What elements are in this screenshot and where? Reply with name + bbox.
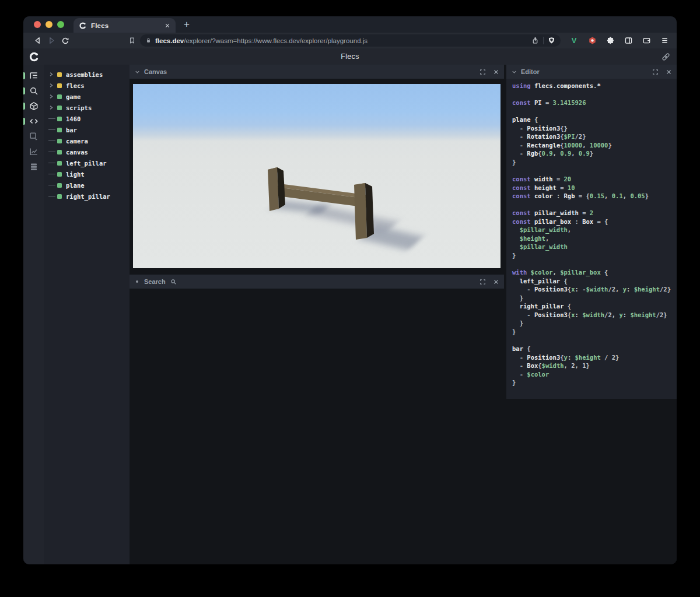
tab-title: Flecs [91, 22, 160, 29]
tree-item-left_pillar[interactable]: left_pillar [44, 157, 130, 168]
expand-caret-icon[interactable] [48, 83, 57, 88]
code-line: left_pillar { [512, 277, 677, 286]
nav-rail [23, 65, 44, 564]
tree-item-assemblies[interactable]: assemblies [44, 69, 130, 80]
search-panel-body [130, 289, 504, 564]
chevron-down-icon[interactable] [511, 69, 517, 75]
tree-item-right_pillar[interactable]: right_pillar [44, 191, 130, 202]
extensions-puzzle-icon[interactable] [605, 36, 615, 46]
search-panel-header: Search [130, 275, 504, 289]
search-panel: Search [130, 275, 504, 564]
entity-color-square [57, 161, 62, 166]
tree-item-label: camera [66, 138, 88, 145]
rail-stats-rows-icon[interactable] [23, 159, 44, 174]
tree-item-bar[interactable]: bar [44, 124, 130, 135]
tree-item-1460[interactable]: 1460 [44, 113, 130, 124]
extension-icons: V [561, 36, 670, 46]
window-close-button[interactable] [34, 21, 41, 28]
rail-tree-view-icon[interactable] [23, 68, 44, 83]
wallet-icon[interactable] [641, 36, 652, 46]
url-bar-actions [531, 37, 555, 44]
code-line: } [512, 319, 677, 328]
code-line: with $color, $pillar_box { [512, 268, 677, 277]
tree-item-label: canvas [66, 149, 88, 156]
code-line: - Position3{} [512, 124, 677, 133]
center-column: Canvas [130, 65, 504, 564]
forward-icon[interactable] [44, 34, 58, 47]
code-editor[interactable]: using flecs.components.* const PI = 3.14… [506, 79, 677, 399]
scene-meshes [133, 84, 501, 268]
tree-item-plane[interactable]: plane [44, 180, 130, 191]
expand-caret-icon[interactable] [48, 94, 57, 99]
code-line: $height, [512, 234, 677, 243]
leaf-dash-icon [48, 163, 57, 163]
active-indicator [23, 87, 25, 94]
menu-icon[interactable] [659, 36, 670, 46]
tree-item-scripts[interactable]: scripts [44, 102, 130, 113]
sidebar-toggle-icon[interactable] [623, 36, 634, 46]
expand-icon[interactable] [480, 69, 486, 75]
entity-color-square [57, 72, 62, 77]
new-tab-button[interactable]: + [176, 19, 190, 30]
active-indicator [23, 72, 25, 79]
leaf-dash-icon [48, 152, 57, 152]
tree-item-label: light [66, 171, 85, 178]
tree-item-camera[interactable]: camera [44, 135, 130, 146]
tree-item-canvas[interactable]: canvas [44, 146, 130, 157]
rail-entities-cube-icon[interactable] [23, 99, 44, 114]
page-title: Flecs [23, 52, 677, 61]
expand-caret-icon[interactable] [48, 105, 57, 110]
canvas-panel-header: Canvas [130, 65, 504, 79]
entity-color-square [57, 83, 62, 88]
close-icon[interactable] [493, 279, 499, 285]
share-icon[interactable] [531, 37, 539, 44]
editor-panel: Editor using flecs.components.* const PI… [506, 65, 677, 564]
url-bar[interactable]: flecs.dev/explorer/?wasm=https://www.fle… [140, 34, 561, 47]
code-line: right_pillar { [512, 302, 677, 311]
leaf-dash-icon [48, 118, 57, 119]
rail-code-icon[interactable] [23, 114, 44, 129]
canvas-3d-viewport[interactable] [133, 84, 501, 268]
brave-shield-icon[interactable] [548, 37, 555, 44]
reload-icon[interactable] [58, 34, 72, 47]
active-indicator [23, 103, 25, 110]
tree-item-game[interactable]: game [44, 91, 130, 102]
vue-devtools-icon[interactable]: V [569, 36, 579, 46]
expand-icon[interactable] [480, 279, 486, 285]
window-zoom-button[interactable] [57, 21, 64, 28]
close-icon[interactable] [666, 69, 672, 75]
canvas-panel-title: Canvas [144, 68, 167, 75]
rail-inspector-pointer-icon[interactable] [23, 129, 44, 144]
tab-close-icon[interactable] [164, 23, 170, 29]
app-header: Flecs [23, 48, 677, 65]
desktop-background: Flecs + [0, 0, 700, 597]
extension-hex-icon[interactable] [587, 36, 597, 46]
url-domain: flecs.dev [155, 37, 184, 44]
editor-panel-title: Editor [521, 68, 540, 75]
back-icon[interactable] [30, 34, 44, 47]
code-line: - Position3{x: -$width/2, y: $height/2} [512, 285, 677, 294]
entity-color-square [57, 150, 62, 154]
share-link-icon[interactable] [662, 52, 670, 61]
code-line: const height = 10 [512, 184, 677, 192]
flecs-favicon-icon [79, 22, 87, 30]
browser-tab-flecs[interactable]: Flecs [74, 18, 176, 33]
chevron-down-icon[interactable] [134, 69, 141, 75]
rail-search-icon[interactable] [23, 83, 44, 99]
tree-item-light[interactable]: light [44, 168, 130, 180]
bookmark-icon[interactable] [128, 37, 136, 44]
leaf-dash-icon [48, 196, 57, 196]
tree-item-label: flecs [66, 82, 85, 89]
rail-chart-icon[interactable] [23, 144, 44, 159]
right-pillar-front [354, 183, 367, 240]
code-line: } [512, 378, 677, 387]
expand-icon[interactable] [652, 69, 659, 75]
browser-window: Flecs + [23, 16, 677, 564]
tree-item-flecs[interactable]: flecs [44, 80, 130, 91]
close-icon[interactable] [493, 69, 499, 75]
tree-item-label: plane [66, 182, 85, 189]
collapsed-dot-icon[interactable] [136, 280, 138, 283]
window-minimize-button[interactable] [46, 21, 52, 28]
expand-caret-icon[interactable] [48, 72, 57, 77]
entity-color-square [57, 106, 62, 110]
